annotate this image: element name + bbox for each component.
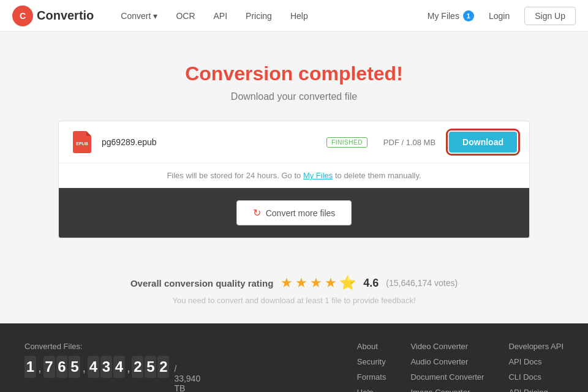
storage-note-text2: to delete them manually. (333, 171, 421, 180)
rating-score: 4.6 (363, 277, 379, 290)
counter-label: Converted Files: (24, 342, 204, 351)
epub-icon: EPUB (73, 131, 91, 153)
star-1[interactable]: ★ (281, 275, 293, 291)
footer-link-video[interactable]: Video Converter (410, 342, 484, 351)
star-2[interactable]: ★ (295, 275, 307, 291)
rating-note: You need to convert and download at leas… (12, 296, 576, 305)
digit-5: 3 (100, 356, 112, 378)
footer-links: About Security Formats Help Video Conver… (204, 342, 564, 392)
digit-6: 4 (113, 356, 125, 378)
footer-link-document[interactable]: Document Converter (410, 372, 484, 382)
digit-1: 7 (43, 356, 55, 378)
file-row: EPUB pg69289.epub FINISHED PDF / 1.08 MB… (59, 121, 529, 164)
login-button[interactable]: Login (483, 7, 516, 24)
my-files-link[interactable]: My Files (303, 171, 333, 180)
logo-text: Convertio (37, 9, 94, 23)
file-size: PDF / 1.08 MB (383, 138, 435, 147)
stars: ★ ★ ★ ★ ⭐ (281, 275, 356, 291)
counter-digits: 1 , 7 6 5 , 4 3 4 , 2 5 2 / 33,940 TB (24, 356, 204, 392)
main-area: Conversion completed! Download your conv… (0, 32, 588, 323)
rating-section: Overall conversion quality rating ★ ★ ★ … (0, 257, 588, 323)
footer-link-devapi[interactable]: Developers API (508, 342, 564, 351)
header-right: My Files 1 Login Sign Up (428, 7, 576, 25)
rating-row: Overall conversion quality rating ★ ★ ★ … (12, 275, 576, 291)
nav-ocr[interactable]: OCR (167, 7, 203, 24)
sep-0: , (38, 361, 42, 375)
footer-link-security[interactable]: Security (357, 357, 386, 366)
signup-button[interactable]: Sign Up (524, 7, 576, 25)
footer-col-2: Video Converter Audio Converter Document… (410, 342, 484, 392)
logo[interactable]: C Convertio (12, 6, 94, 26)
convert-more-button[interactable]: ↻ Convert more files (236, 200, 352, 225)
nav-pricing-label: Pricing (246, 11, 272, 21)
rating-votes: (15,646,174 votes) (386, 278, 458, 288)
footer-link-formats[interactable]: Formats (357, 372, 386, 382)
file-icon-wrapper: EPUB (71, 131, 93, 153)
nav-pricing[interactable]: Pricing (237, 7, 281, 24)
file-name: pg69289.epub (102, 137, 318, 147)
nav-help-label: Help (290, 11, 308, 21)
storage-note-text: Files will be stored for 24 hours. Go to (167, 171, 303, 180)
footer-col-3: Developers API API Docs CLI Docs API Pri… (508, 342, 564, 392)
tb-label: / 33,940 TB (174, 364, 204, 392)
svg-text:C: C (20, 11, 26, 21)
main-nav: Convert ▾ OCR API Pricing Help (112, 7, 427, 24)
footer-link-audio[interactable]: Audio Converter (410, 357, 484, 366)
footer-top: Converted Files: 1 , 7 6 5 , 4 3 4 , 2 5… (24, 342, 564, 392)
conversion-result: Conversion completed! Download your conv… (0, 32, 588, 257)
my-files-label: My Files (428, 11, 459, 21)
footer-col-1: About Security Formats Help (357, 342, 386, 392)
download-button[interactable]: Download (449, 132, 517, 153)
digit-0: 1 (24, 356, 36, 378)
file-card: EPUB pg69289.epub FINISHED PDF / 1.08 MB… (58, 121, 530, 238)
convert-more-bar: ↻ Convert more files (59, 188, 529, 238)
my-files-badge: 1 (463, 10, 474, 21)
nav-api[interactable]: API (205, 7, 236, 24)
nav-help[interactable]: Help (282, 7, 317, 24)
footer-counter: Converted Files: 1 , 7 6 5 , 4 3 4 , 2 5… (24, 342, 204, 392)
conversion-title: Conversion completed! (12, 62, 576, 85)
footer-link-help[interactable]: Help (357, 388, 386, 392)
sep-2: , (127, 361, 130, 375)
star-3[interactable]: ★ (310, 275, 322, 291)
digit-8: 5 (145, 356, 156, 378)
conversion-subtitle: Download your converted file (12, 91, 576, 102)
logo-icon: C (12, 6, 33, 26)
footer-link-image[interactable]: Image Converter (410, 388, 484, 392)
nav-convert-label: Convert (121, 11, 151, 21)
footer-link-clidocs[interactable]: CLI Docs (508, 372, 564, 382)
digit-2: 6 (56, 356, 68, 378)
chevron-down-icon: ▾ (153, 11, 157, 21)
digit-4: 4 (88, 356, 99, 378)
nav-convert[interactable]: Convert ▾ (112, 7, 166, 24)
digit-9: 2 (157, 356, 169, 378)
convert-more-label: Convert more files (266, 208, 336, 218)
footer-link-about[interactable]: About (357, 342, 386, 351)
digit-7: 2 (132, 356, 143, 378)
footer: Converted Files: 1 , 7 6 5 , 4 3 4 , 2 5… (0, 323, 588, 392)
sep-1: , (82, 361, 86, 375)
my-files-button[interactable]: My Files 1 (428, 10, 474, 21)
header: C Convertio Convert ▾ OCR API Pricing He… (0, 0, 588, 32)
refresh-icon: ↻ (253, 207, 261, 219)
digit-3: 5 (69, 356, 80, 378)
storage-note: Files will be stored for 24 hours. Go to… (59, 164, 529, 188)
nav-api-label: API (214, 11, 228, 21)
status-badge: FINISHED (326, 137, 368, 148)
nav-ocr-label: OCR (176, 11, 195, 21)
star-4[interactable]: ★ (325, 275, 337, 291)
footer-link-apipricing[interactable]: API Pricing (508, 388, 564, 392)
footer-link-apidocs[interactable]: API Docs (508, 357, 564, 366)
rating-label: Overall conversion quality rating (130, 278, 273, 288)
star-5-half[interactable]: ⭐ (339, 275, 356, 291)
